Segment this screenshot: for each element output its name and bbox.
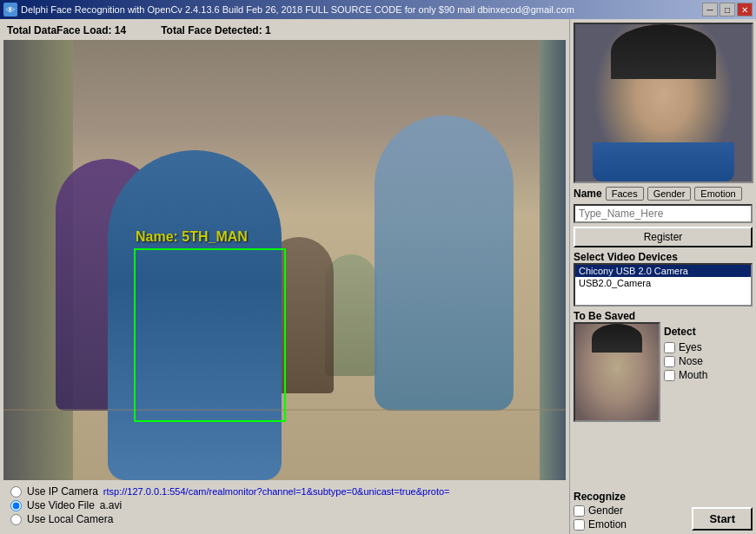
emotion-checkbox-row: Emotion [574,518,627,531]
name-label: Name [574,188,602,200]
total-detected-label: Total Face Detected: 1 [161,24,271,36]
recognize-label: Recognize [574,491,627,503]
nose-checkbox-row: Nose [664,355,707,367]
minimize-button[interactable]: ─ [702,3,718,16]
detect-options: Detect Eyes Nose Mouth [664,310,707,422]
device-item-1[interactable]: USB2.0_Camera [575,277,751,289]
title-bar-buttons: ─ □ ✕ [702,3,753,16]
video-area: Name: 5TH_MAN [3,40,566,480]
saved-preview [574,322,660,422]
preview-shirt [593,142,733,181]
maximize-button[interactable]: □ [720,3,735,16]
emotion-label[interactable]: Emotion [588,518,627,531]
detection-row: To Be Saved Detect Eyes Nose [574,310,753,422]
mouth-label[interactable]: Mouth [679,369,707,381]
device-listbox[interactable]: Chicony USB 2.0 Camera USB2.0_Camera [574,263,753,307]
name-row: Name Faces Gender Emotion [574,187,753,201]
bottom-controls: Recognize Gender Emotion Start [574,491,753,531]
video-file-row: Use Video File a.avi [10,499,559,511]
gender-checkbox[interactable] [574,505,585,517]
face-preview [574,23,753,183]
faces-tab[interactable]: Faces [606,187,644,201]
emotion-tab[interactable]: Emotion [694,187,741,201]
device-item-0[interactable]: Chicony USB 2.0 Camera [575,265,751,277]
ip-url: rtsp://127.0.0.1:554/cam/realmonitor?cha… [103,486,450,497]
face-detection-box: Name: 5TH_MAN [134,248,286,422]
start-button[interactable]: Start [692,507,753,531]
title-bar: 👁 Delphi Face Recognition with OpenCv 2.… [0,0,756,19]
ip-camera-radio[interactable] [10,486,22,498]
gender-label[interactable]: Gender [588,504,623,517]
gender-checkbox-row: Gender [574,504,627,517]
saved-section: To Be Saved [574,310,660,422]
right-panel: Name Faces Gender Emotion Register Selec… [569,19,756,534]
total-dataface-label: Total DataFace Load: 14 [7,24,126,36]
emotion-checkbox[interactable] [574,519,585,531]
nose-label[interactable]: Nose [679,355,703,367]
eyes-checkbox-row: Eyes [664,341,707,353]
local-camera-radio[interactable] [10,514,22,525]
ip-camera-row: Use IP Camera rtsp://127.0.0.1:554/cam/r… [10,485,559,498]
nose-checkbox[interactable] [664,356,675,367]
ip-camera-label[interactable]: Use IP Camera [27,485,98,498]
face-detection-label: Name: 5TH_MAN [136,229,248,245]
video-file-value: a.avi [100,499,122,511]
bottom-bar: Use IP Camera rtsp://127.0.0.1:554/cam/r… [3,480,566,531]
saved-hair [592,324,642,353]
to-be-saved-label: To Be Saved [574,310,660,322]
recognize-section: Recognize Gender Emotion [574,491,627,531]
detect-label: Detect [664,326,707,338]
video-devices-section: Select Video Devices Chicony USB 2.0 Cam… [574,251,753,307]
gender-tab[interactable]: Gender [647,187,692,201]
eyes-label[interactable]: Eyes [679,341,702,353]
corridor-right [540,40,566,480]
window-title: Delphi Face Recognition with OpenCv 2.4.… [21,4,574,15]
video-devices-label: Select Video Devices [574,251,753,263]
video-file-label[interactable]: Use Video File [27,499,95,511]
name-input[interactable] [574,204,753,223]
stats-bar: Total DataFace Load: 14 Total Face Detec… [3,23,566,38]
app-icon: 👁 [3,3,17,16]
local-camera-label[interactable]: Use Local Camera [27,513,113,525]
saved-preview-inner [575,324,659,420]
preview-hair [611,24,717,79]
face-preview-inner [575,24,752,181]
close-button[interactable]: ✕ [737,3,753,16]
bg-person3 [375,115,514,411]
eyes-checkbox[interactable] [664,342,675,353]
mouth-checkbox[interactable] [664,370,675,381]
video-file-radio[interactable] [10,500,22,511]
local-camera-row: Use Local Camera [10,513,559,525]
mouth-checkbox-row: Mouth [664,369,707,381]
left-panel: Total DataFace Load: 14 Total Face Detec… [0,19,569,534]
register-button[interactable]: Register [574,227,753,247]
main-content: Total DataFace Load: 14 Total Face Detec… [0,19,756,534]
